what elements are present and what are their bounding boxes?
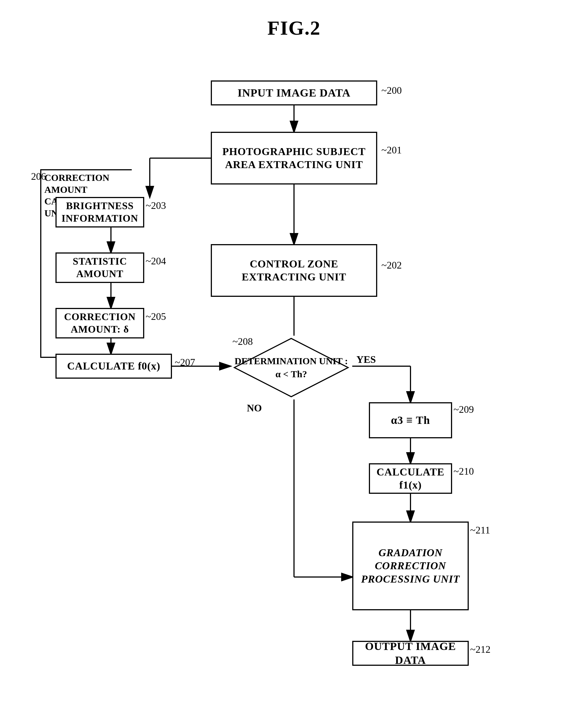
- ref-204: ~204: [146, 255, 166, 267]
- ref-201: ~201: [382, 144, 401, 156]
- calculate-f0-box: CALCULATE f0(x): [56, 354, 172, 379]
- page-title: FIG.2: [0, 0, 588, 40]
- ref-210: ~210: [454, 466, 474, 477]
- gradation-correction-box: GRADATION CORRECTION PROCESSING UNIT: [352, 521, 469, 610]
- input-image-box: INPUT IMAGE DATA: [211, 81, 377, 105]
- output-image-box: OUTPUT IMAGE DATA: [352, 641, 469, 666]
- ref-200: ~200: [382, 85, 401, 96]
- yes-label: YES: [356, 354, 376, 365]
- alpha-eq-th-box: α3 ≡ Th: [369, 402, 452, 438]
- ref-203: ~203: [146, 200, 166, 211]
- determination-label: DETERMINATION UNIT : α < Th?: [235, 354, 348, 381]
- no-label: NO: [247, 402, 262, 414]
- ref-212: ~212: [470, 644, 491, 655]
- calculate-f1-box: CALCULATE f1(x): [369, 463, 452, 494]
- brightness-info-box: BRIGHTNESS INFORMATION: [56, 197, 144, 228]
- statistic-amount-box: STATISTIC AMOUNT: [56, 253, 144, 283]
- ref-207: ~207: [175, 357, 195, 368]
- ref-209: ~209: [454, 404, 474, 415]
- photo-subject-box: PHOTOGRAPHIC SUBJECT AREA EXTRACTING UNI…: [211, 132, 377, 185]
- control-zone-box: CONTROL ZONE EXTRACTING UNIT: [211, 244, 377, 297]
- ref-208: ~208: [233, 336, 253, 347]
- ref-205: ~205: [146, 311, 166, 322]
- ref-206: 206: [31, 171, 46, 182]
- ref-211: ~211: [470, 524, 490, 536]
- correction-amount-box: CORRECTION AMOUNT: δ: [56, 308, 144, 339]
- ref-202: ~202: [382, 259, 401, 271]
